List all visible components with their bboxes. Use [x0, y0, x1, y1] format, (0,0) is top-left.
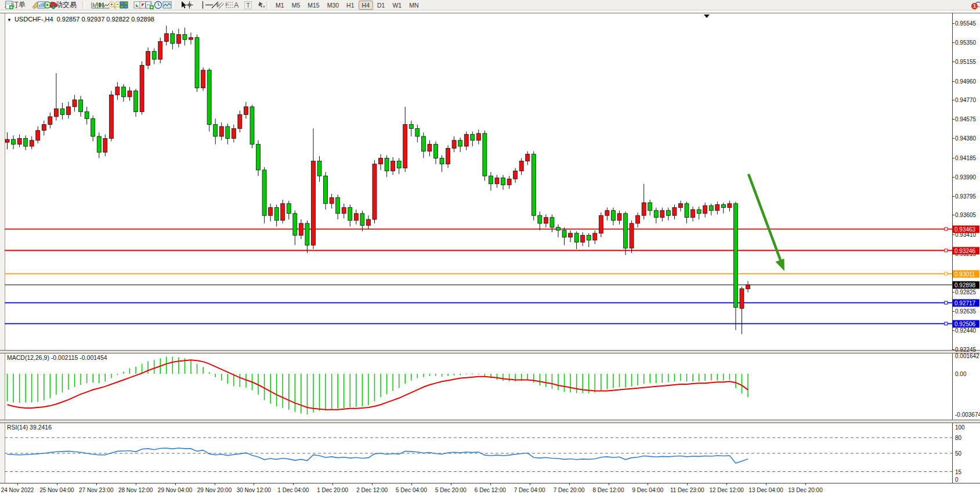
candle: [324, 172, 328, 210]
candle-body-bull: [189, 38, 193, 39]
candle: [238, 111, 242, 132]
candle: [709, 204, 713, 215]
timeframe-button-MN[interactable]: MN: [406, 1, 422, 10]
time-label: 27 Nov 23:00: [79, 487, 114, 493]
time-tick: [726, 483, 727, 485]
time-label: 12 Dec 12:00: [709, 487, 744, 493]
hline-handle[interactable]: [945, 228, 948, 230]
candle: [134, 89, 138, 117]
candle: [128, 87, 132, 101]
candle-body-bull: [219, 127, 223, 136]
rsi-axis-100: 100: [955, 424, 965, 431]
chart-shift-marker[interactable]: [704, 15, 710, 18]
trend-arrow-head[interactable]: [776, 258, 785, 271]
candle-body-bear: [134, 91, 138, 112]
vline-tool-button[interactable]: [197, 0, 201, 10]
candle: [391, 157, 395, 175]
arrows-tool-button[interactable]: ▾: [255, 0, 263, 10]
timeframe-button-H1[interactable]: H1: [343, 1, 357, 10]
candle-body-bear: [171, 34, 175, 44]
arrows-tool-icon: [258, 1, 266, 9]
timeframe-button-D1[interactable]: D1: [374, 1, 388, 10]
hline-handle[interactable]: [945, 272, 948, 275]
candle: [440, 155, 444, 172]
candle: [12, 135, 16, 149]
candle-body-bear: [397, 161, 401, 168]
candle-body-bear: [697, 210, 701, 214]
candle: [538, 211, 542, 230]
candle: [42, 121, 46, 136]
trend-arrow[interactable]: [748, 174, 780, 260]
candle-body-bear: [274, 208, 279, 221]
axis-tick-0.94185: 0.94185: [955, 154, 976, 161]
price-label-0.93463: 0.93463: [953, 225, 979, 233]
axis-tick-mark: [952, 215, 954, 215]
candle: [158, 38, 162, 63]
timeframe-button-W1[interactable]: W1: [389, 1, 405, 10]
hline-handle[interactable]: [945, 322, 948, 325]
candle-body-bull: [269, 208, 273, 216]
candle-body-bull: [109, 95, 113, 138]
candle: [140, 62, 144, 115]
candle-body-bull: [526, 154, 530, 161]
text-label-tool-button[interactable]: T: [242, 0, 254, 10]
candle-body-bull: [330, 198, 334, 204]
candle: [17, 135, 21, 147]
candle-body-bear: [550, 218, 554, 228]
macd-pane[interactable]: [5, 353, 952, 419]
timeframe-button-M1[interactable]: M1: [272, 1, 288, 10]
macd-axis-max: 0.001642: [955, 352, 979, 359]
candle-body-bull: [366, 219, 370, 225]
timeframe-button-M5[interactable]: M5: [288, 1, 304, 10]
history-button[interactable]: [29, 0, 34, 10]
candle: [605, 208, 609, 221]
timeframe-button-M15[interactable]: M15: [304, 1, 323, 10]
timeframe-button-H4[interactable]: H4: [359, 1, 373, 10]
candle: [299, 219, 303, 239]
indicator-window-button[interactable]: [131, 0, 136, 10]
candle-body-bull: [452, 140, 456, 149]
new-order-button[interactable]: 新订单: [2, 0, 28, 10]
axis-tick-0.92825: 0.92825: [955, 289, 976, 295]
candle: [507, 176, 511, 189]
axis-tick-0.94575: 0.94575: [955, 116, 976, 122]
candle: [348, 205, 352, 226]
candle: [60, 103, 64, 120]
candle-body-bear: [60, 109, 64, 114]
cursor-tool-button[interactable]: [177, 0, 182, 10]
time-axis[interactable]: 24 Nov 202225 Nov 04:0027 Nov 23:0028 No…: [0, 483, 980, 498]
axis-tick-mark: [952, 81, 954, 82]
candle: [183, 28, 187, 46]
auto-trading-button[interactable]: 自动交易: [46, 0, 79, 10]
candle: [73, 95, 77, 111]
candle-body-bull: [507, 179, 511, 185]
timeframe-button-M30[interactable]: M30: [324, 1, 342, 10]
hline-handle[interactable]: [945, 249, 948, 252]
axis-tick-0.95155: 0.95155: [955, 59, 976, 65]
channel-icon: [216, 1, 225, 9]
rsi-pane[interactable]: [5, 423, 952, 483]
bar-chart-mode-button[interactable]: [88, 0, 93, 10]
candle: [728, 201, 732, 212]
price-pane[interactable]: [5, 13, 952, 350]
candle: [648, 200, 652, 215]
add-indicator-icon: [145, 1, 154, 9]
candle-body-bear: [121, 87, 125, 97]
candle-body-bear: [648, 203, 652, 211]
axis-tick-mark: [952, 311, 954, 312]
time-tick: [215, 483, 215, 485]
candle-body-bull: [67, 107, 71, 115]
template-icon: [162, 1, 172, 9]
hline-handle[interactable]: [945, 301, 948, 304]
candle: [115, 82, 120, 100]
candle-body-bull: [672, 208, 677, 216]
time-tick: [411, 483, 412, 485]
candle: [293, 211, 297, 246]
axis-tick-mark: [952, 158, 954, 158]
candle-body-bear: [348, 208, 352, 221]
axis-tick-0.92245: 0.92245: [955, 346, 976, 352]
candle-body-bull: [342, 208, 346, 214]
chart-window[interactable]: ▼USDCHF-,H4 0.92857 0.92937 0.92822 0.92…: [0, 10, 980, 498]
candle-body-bull: [746, 285, 750, 289]
axis-tick-0.94380: 0.94380: [955, 135, 976, 142]
